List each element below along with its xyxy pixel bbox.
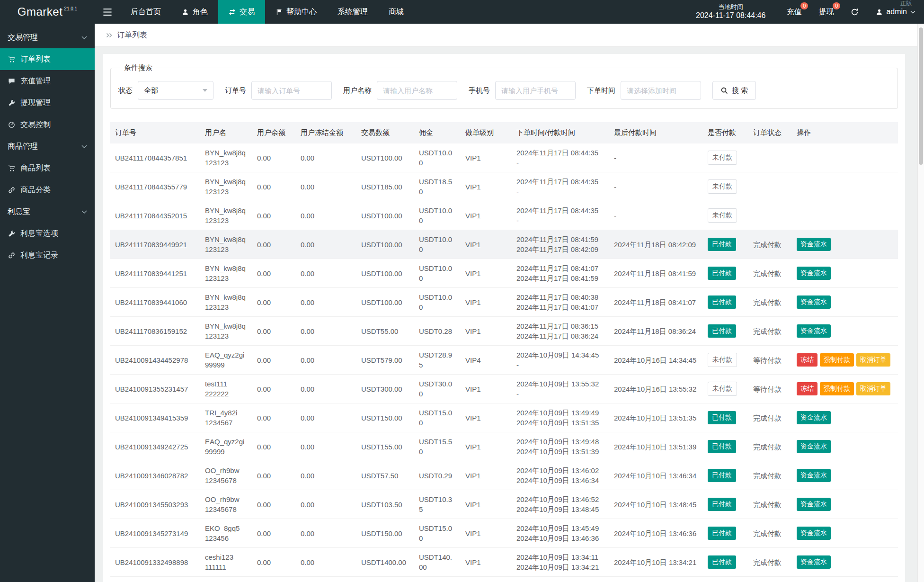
freeze-button[interactable]: 冻结	[797, 353, 817, 367]
nav-item-1[interactable]: 角色	[171, 0, 218, 24]
commission-cell: USDT10.00	[414, 288, 461, 317]
order-time: 2024年11月17日 08:41:07	[516, 263, 604, 273]
refresh-button[interactable]	[842, 0, 867, 24]
sidebar-item-0-2[interactable]: 提现管理	[0, 92, 95, 114]
username-input[interactable]	[377, 81, 457, 100]
pay-time: 2024年10月09日 13:46:36	[516, 533, 604, 543]
order-status-cell: 完成付款	[748, 288, 792, 317]
fund-flow-button[interactable]: 资金流水	[797, 267, 831, 280]
last-pay-time-cell: 2024年11月18日 08:41:59	[609, 259, 703, 288]
link-icon	[8, 187, 15, 194]
sidebar-group-0[interactable]: 交易管理	[0, 27, 95, 48]
order-no-cell: UB2410091349242725	[110, 432, 200, 461]
sidebar-item-2-1[interactable]: 利息宝记录	[0, 244, 95, 266]
force-pay-button[interactable]: 强制付款	[820, 382, 854, 395]
fund-flow-button[interactable]: 资金流水	[797, 440, 831, 453]
nav-item-3[interactable]: 帮助中心	[265, 0, 327, 24]
order-no-cell: UB2410091349415359	[110, 403, 200, 432]
fund-flow-button[interactable]: 资金流水	[797, 411, 831, 424]
sidebar-nav: 交易管理订单列表充值管理提现管理交易控制商品管理商品列表商品分类利息宝利息宝选项…	[0, 24, 95, 582]
sidebar-item-0-3[interactable]: 交易控制	[0, 114, 95, 135]
frozen-amount-cell: 0.00	[296, 288, 356, 317]
frozen-amount-cell: 0.00	[296, 375, 356, 403]
app-logo[interactable]: Gmarket 21.0.1	[0, 0, 95, 24]
search-button[interactable]: 搜 索	[712, 81, 756, 100]
order-status-cell: 等待付款	[748, 375, 792, 403]
order-time-cell: 2024年11月17日 08:44:35-	[512, 201, 609, 230]
user-icon	[876, 9, 883, 16]
sidebar-item-0-1[interactable]: 充值管理	[0, 70, 95, 92]
withdraw-link[interactable]: 提现 0	[810, 0, 842, 24]
pay-time: -	[516, 360, 604, 370]
level-cell: VIP1	[461, 375, 512, 403]
sidebar-group-2[interactable]: 利息宝	[0, 201, 95, 223]
level-cell: VIP1	[461, 519, 512, 548]
username-cell: BYN_kw8j8q123123	[200, 201, 252, 230]
frozen-amount-cell: 0.00	[296, 577, 356, 582]
sidebar-item-1-1[interactable]: 商品分类	[0, 179, 95, 201]
user-name: EKO_8gq5	[205, 523, 248, 533]
order-no-cell: UB2411170836159152	[110, 317, 200, 346]
force-pay-button[interactable]: 强制付款	[820, 353, 854, 367]
actions-cell: 资金流水	[792, 317, 898, 346]
pay-time: 2024年10月09日 13:51:35	[516, 418, 604, 428]
order-time: 2024年11月17日 08:44:35	[516, 177, 604, 187]
pay-time: -	[516, 158, 604, 168]
sidebar-item-1-0[interactable]: 商品列表	[0, 157, 95, 179]
nav-item-4[interactable]: 系统管理	[327, 0, 378, 24]
order-time-input[interactable]	[621, 81, 701, 100]
fund-flow-button[interactable]: 资金流水	[797, 295, 831, 309]
paid-status-badge: 已付款	[708, 440, 736, 453]
user-name: BYN_kw8j8q	[205, 321, 248, 331]
order-no-cell: UB2410091346028782	[110, 461, 200, 490]
nav-item-5[interactable]: 商城	[378, 0, 414, 24]
user-id: 123123	[205, 273, 248, 283]
sidebar-item-0-0[interactable]: 订单列表	[0, 48, 95, 70]
order-no-input[interactable]	[251, 81, 332, 100]
admin-menu[interactable]: admin	[867, 0, 924, 24]
sidebar-item-label: 利息宝选项	[20, 229, 58, 239]
fund-flow-button[interactable]: 资金流水	[797, 498, 831, 511]
fund-flow-button[interactable]: 资金流水	[797, 469, 831, 482]
fund-flow-button[interactable]: 资金流水	[797, 527, 831, 540]
pay-time: 2024年11月17日 08:41:07	[516, 302, 604, 312]
freeze-button[interactable]: 冻结	[797, 382, 817, 395]
scrollbar-thumb[interactable]	[919, 27, 923, 165]
nav-item-2[interactable]: 交易	[218, 0, 265, 24]
sidebar-toggle-button[interactable]	[95, 0, 120, 24]
commission-cell: USDT0.28	[414, 317, 461, 346]
commission-cell: USDT10.00	[414, 201, 461, 230]
level-cell: VIP1	[461, 143, 512, 172]
fund-flow-button[interactable]: 资金流水	[797, 324, 831, 338]
paid-status-badge: 已付款	[708, 555, 736, 569]
last-pay-time-cell: 2024年10月10日 13:51:35	[609, 403, 703, 432]
paid-status-badge: 已付款	[708, 469, 736, 482]
recharge-link[interactable]: 充值 0	[778, 0, 810, 24]
last-pay-time-cell: 2024年11月18日 08:36:24	[609, 317, 703, 346]
cancel-order-button[interactable]: 取消订单	[856, 382, 890, 395]
nav-item-0[interactable]: 后台首页	[120, 0, 171, 24]
phone-input[interactable]	[495, 81, 576, 100]
order-status-cell	[748, 172, 792, 201]
main-nav: 后台首页角色交易帮助中心系统管理商城	[120, 0, 414, 24]
status-select[interactable]: 全部	[138, 81, 213, 100]
fund-flow-button[interactable]: 资金流水	[797, 555, 831, 569]
user-name: BYN_kw8j8q	[205, 177, 248, 187]
user-id: 12345678	[205, 475, 248, 485]
control-icon	[8, 121, 15, 128]
last-pay-time-cell: 2024年10月16日 14:34:45	[609, 346, 703, 375]
level-cell: VIP1	[461, 172, 512, 201]
sidebar-group-1[interactable]: 商品管理	[0, 135, 95, 157]
username-cell: EAQ_qyz2gi99999	[200, 346, 252, 375]
actions-cell: 资金流水	[792, 432, 898, 461]
frozen-amount-cell: 0.00	[296, 432, 356, 461]
cancel-order-button[interactable]: 取消订单	[856, 353, 890, 367]
user-id: 1234567	[205, 418, 248, 428]
vertical-scrollbar[interactable]	[917, 24, 924, 582]
last-pay-time-cell: 2024年11月18日 08:41:07	[609, 288, 703, 317]
order-time-cell: 2024年10月09日 13:49:482024年10月09日 13:51:39	[512, 432, 609, 461]
sidebar-item-2-0[interactable]: 利息宝选项	[0, 223, 95, 244]
fund-flow-button[interactable]: 资金流水	[797, 238, 831, 251]
search-filters: 状态 全部 订单号	[118, 81, 890, 100]
actions-cell: 资金流水	[792, 490, 898, 519]
